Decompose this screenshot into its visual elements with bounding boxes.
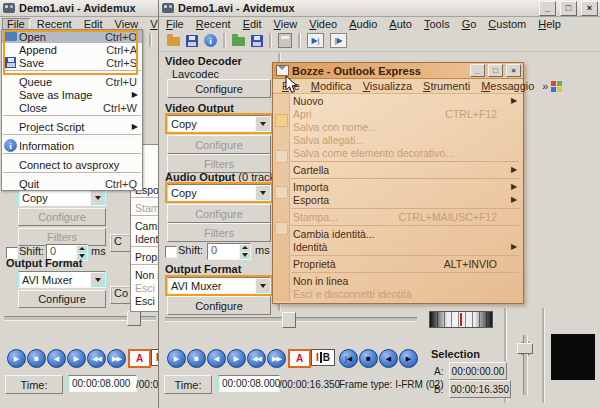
- close-button[interactable]: ×: [581, 1, 598, 16]
- menu-item-information[interactable]: i Information: [2, 139, 142, 152]
- menu-auto[interactable]: Auto: [384, 18, 417, 30]
- oe-maximize-button[interactable]: □: [488, 64, 503, 77]
- menu-go[interactable]: Go: [457, 18, 482, 30]
- menu-item-close[interactable]: CloseCtrl+W: [2, 101, 142, 114]
- information-icon[interactable]: i: [204, 34, 217, 47]
- rewind-button[interactable]: [87, 349, 106, 368]
- shift-spinner[interactable]: 0: [207, 243, 251, 260]
- menu-edit[interactable]: Edit: [79, 18, 108, 30]
- marker-a-button[interactable]: A: [128, 349, 151, 368]
- open-folder-icon[interactable]: [232, 37, 245, 46]
- next-frame-button[interactable]: [67, 349, 86, 368]
- fast-forward-button[interactable]: [267, 349, 286, 368]
- play-button[interactable]: [167, 349, 186, 368]
- oe-menu-visualizza[interactable]: Visualizza: [358, 80, 417, 92]
- previous-frame-button[interactable]: [47, 349, 66, 368]
- menu-view[interactable]: View: [269, 18, 303, 30]
- next-frame-button[interactable]: [227, 349, 246, 368]
- save-file-icon[interactable]: [186, 35, 198, 47]
- output-format-select[interactable]: AVI Muxer: [18, 271, 106, 288]
- audio-filters-button[interactable]: Filters: [167, 223, 271, 242]
- dropdown-arrow-icon[interactable]: [90, 190, 105, 205]
- menu-item-quit[interactable]: QuitCtrl+Q: [2, 177, 142, 190]
- open-file-icon[interactable]: [167, 37, 180, 46]
- spin-up-icon[interactable]: [239, 244, 250, 252]
- selection-a-field[interactable]: 00:00:00.00: [449, 362, 507, 380]
- minimize-button[interactable]: _: [539, 1, 556, 16]
- previous-keyframe-button[interactable]: [379, 349, 398, 368]
- format-configure-button[interactable]: Configure: [18, 290, 106, 308]
- time-input[interactable]: 00:00:08.000: [68, 375, 137, 392]
- menu-custom[interactable]: Custom: [483, 18, 531, 30]
- oe-close-button[interactable]: ×: [506, 64, 521, 77]
- menu-recent[interactable]: Recent: [32, 18, 77, 30]
- selection-b-field[interactable]: 00:00:16.350: [449, 380, 511, 398]
- jog-wheel[interactable]: [429, 311, 493, 328]
- menu-help[interactable]: Help: [533, 18, 566, 30]
- play-button[interactable]: [7, 349, 26, 368]
- oe-menu-item-proprieta[interactable]: ProprietàALT+INVIO: [289, 257, 521, 270]
- oe-menu-messaggio[interactable]: Messaggio: [476, 80, 539, 92]
- previous-frame-button[interactable]: [207, 349, 226, 368]
- marker-b-icon[interactable]: |▶: [330, 33, 347, 48]
- video-output-select[interactable]: Copy: [167, 115, 271, 132]
- menu-item-project-script[interactable]: Project Script▶: [2, 120, 142, 133]
- goto-marker-a-button[interactable]: [339, 349, 358, 368]
- menu-edit[interactable]: Edit: [238, 18, 267, 30]
- audio-output-select[interactable]: Copy: [167, 184, 271, 201]
- dropdown-arrow-icon[interactable]: [90, 272, 105, 287]
- audio-configure-button[interactable]: Configure: [167, 204, 271, 223]
- oe-menu-modifica[interactable]: Modifica: [306, 80, 357, 92]
- time-button[interactable]: Time:: [164, 375, 212, 394]
- stop-button[interactable]: [27, 349, 46, 368]
- audio-configure-button[interactable]: Configure: [18, 208, 106, 226]
- rewind-button[interactable]: [247, 349, 266, 368]
- spin-down-icon[interactable]: [239, 252, 250, 260]
- video-configure-button[interactable]: Configure: [167, 135, 271, 154]
- oe-menu-item-esporta[interactable]: Esporta▶: [289, 193, 521, 206]
- stop-button[interactable]: [187, 349, 206, 368]
- audio-output-select[interactable]: Copy: [18, 189, 106, 206]
- marker-ib-button[interactable]: IB: [311, 349, 335, 366]
- oe-menu-item-non-in-linea[interactable]: Non in linea: [289, 274, 521, 287]
- volume-slider-thumb[interactable]: [517, 343, 533, 354]
- menu-recent[interactable]: Recent: [191, 18, 236, 30]
- dropdown-arrow-icon[interactable]: [255, 185, 270, 200]
- spin-up-icon[interactable]: [76, 245, 87, 253]
- menu-view[interactable]: View: [110, 18, 144, 30]
- menu-item-save-as-image[interactable]: Save as Image▶: [2, 88, 142, 101]
- menu-file[interactable]: File: [2, 18, 30, 30]
- decoder-configure-button[interactable]: Configure: [167, 79, 271, 98]
- menu-file[interactable]: File: [161, 18, 189, 30]
- dropdown-arrow-icon[interactable]: [255, 278, 270, 293]
- seek-slider-thumb[interactable]: [127, 311, 141, 326]
- oe-menu-item-identita[interactable]: Identità▶: [289, 240, 521, 253]
- goto-black-frame-button[interactable]: [359, 349, 378, 368]
- time-input[interactable]: 00:00:08.000: [218, 375, 280, 392]
- marker-a-button[interactable]: A: [288, 349, 311, 368]
- marker-a-icon[interactable]: ▶|: [307, 33, 324, 48]
- dropdown-arrow-icon[interactable]: [255, 116, 270, 131]
- format-configure-button[interactable]: Configure: [167, 296, 271, 315]
- time-button[interactable]: Time:: [5, 375, 63, 394]
- oe-menu-strumenti[interactable]: Strumenti: [418, 80, 475, 92]
- menu-audio[interactable]: Audio: [344, 18, 382, 30]
- next-keyframe-button[interactable]: [399, 349, 418, 368]
- calculator-icon[interactable]: [278, 33, 292, 48]
- fast-forward-button[interactable]: [107, 349, 126, 368]
- menu-video[interactable]: Video: [304, 18, 342, 30]
- oe-menu-item-cambia-identita[interactable]: Cambia identità...: [289, 227, 521, 240]
- seek-slider-thumb[interactable]: [282, 312, 296, 328]
- oe-menu-item-importa[interactable]: Importa▶: [289, 180, 521, 193]
- menu-item-queue[interactable]: QueueCtrl+U: [2, 75, 142, 88]
- save-copy-icon[interactable]: [251, 35, 263, 47]
- menu-item-connect-avsproxy[interactable]: Connect to avsproxy: [2, 158, 142, 171]
- menu-tools[interactable]: Tools: [419, 18, 455, 30]
- shift-checkbox[interactable]: [165, 246, 177, 258]
- oe-menu-item-nuovo[interactable]: Nuovo▶: [289, 94, 521, 107]
- maximize-button[interactable]: □: [560, 1, 577, 16]
- oe-menu-item-esci[interactable]: Esci: [289, 300, 521, 301]
- oe-menu-item-cartella[interactable]: Cartella▶: [289, 163, 521, 176]
- oe-menu-overflow[interactable]: »: [540, 80, 550, 92]
- oe-minimize-button[interactable]: _: [470, 64, 485, 77]
